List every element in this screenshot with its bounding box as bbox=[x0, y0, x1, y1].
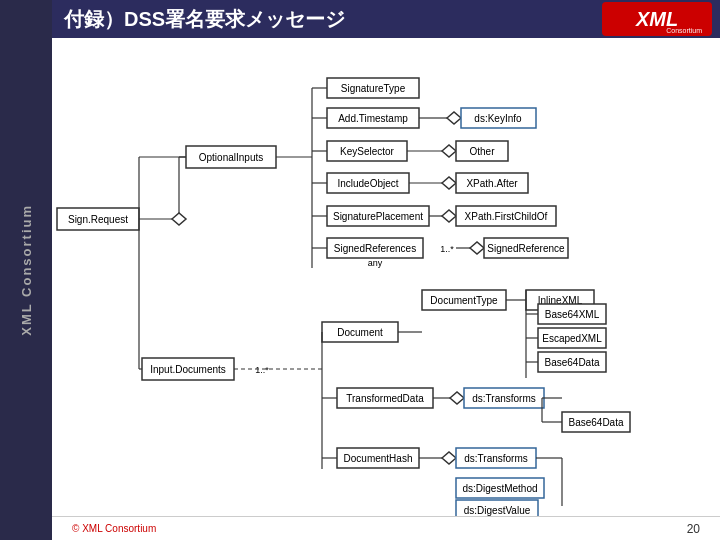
main-area: 付録）DSS署名要求メッセージ XML Consortium .node-box… bbox=[52, 0, 720, 540]
svg-text:SignedReference: SignedReference bbox=[487, 243, 565, 254]
svg-text:IncludeObject: IncludeObject bbox=[337, 178, 398, 189]
svg-text:1..*: 1..* bbox=[440, 244, 454, 254]
svg-text:ds:Transforms: ds:Transforms bbox=[472, 393, 536, 404]
svg-marker-74 bbox=[450, 392, 464, 404]
consortium-label: Consortium bbox=[666, 27, 702, 34]
footer: © XML Consortium 20 bbox=[52, 516, 720, 540]
svg-text:TransformedData: TransformedData bbox=[346, 393, 424, 404]
svg-marker-14 bbox=[447, 112, 461, 124]
sign-request-label: Sign.Request bbox=[68, 214, 128, 225]
other-label: Other bbox=[469, 146, 495, 157]
svg-text:EscapedXML: EscapedXML bbox=[542, 333, 602, 344]
optional-inputs-label: OptionalInputs bbox=[199, 152, 264, 163]
svg-marker-86 bbox=[442, 452, 456, 464]
svg-text:Input.Documents: Input.Documents bbox=[150, 364, 226, 375]
xml-logo: XML Consortium bbox=[602, 2, 712, 36]
svg-text:XPath.After: XPath.After bbox=[466, 178, 518, 189]
sidebar-text: XML Consortium bbox=[19, 204, 34, 336]
svg-text:ds:KeyInfo: ds:KeyInfo bbox=[474, 113, 522, 124]
top-bar: 付録）DSS署名要求メッセージ XML Consortium bbox=[52, 0, 720, 38]
page-title: 付録）DSS署名要求メッセージ bbox=[64, 6, 345, 33]
svg-text:ds:DigestMethod: ds:DigestMethod bbox=[462, 483, 537, 494]
svg-text:XPath.FirstChildOf: XPath.FirstChildOf bbox=[465, 211, 548, 222]
svg-text:any: any bbox=[368, 258, 383, 268]
svg-marker-21 bbox=[442, 145, 456, 157]
svg-text:ds:DigestValue: ds:DigestValue bbox=[464, 505, 531, 516]
svg-text:SignatureType: SignatureType bbox=[341, 83, 406, 94]
svg-marker-34 bbox=[442, 210, 456, 222]
xml-logo-text: XML bbox=[636, 9, 678, 29]
svg-text:KeySelector: KeySelector bbox=[340, 146, 395, 157]
svg-text:Base64XML: Base64XML bbox=[545, 309, 600, 320]
diagram-area: .node-box { fill: white; stroke: #333; s… bbox=[52, 38, 720, 516]
svg-text:SignaturePlacement: SignaturePlacement bbox=[333, 211, 423, 222]
svg-text:Add.Timestamp: Add.Timestamp bbox=[338, 113, 408, 124]
sidebar-watermark: XML Consortium bbox=[0, 0, 52, 540]
diagram-svg: .node-box { fill: white; stroke: #333; s… bbox=[52, 38, 720, 516]
svg-text:Base64Data: Base64Data bbox=[544, 357, 599, 368]
svg-marker-1 bbox=[172, 213, 186, 225]
footer-copyright: © XML Consortium bbox=[72, 523, 156, 534]
svg-text:1..*: 1..* bbox=[255, 365, 269, 375]
svg-text:Base64Data: Base64Data bbox=[568, 417, 623, 428]
footer-page-number: 20 bbox=[687, 522, 700, 536]
svg-text:DocumentType: DocumentType bbox=[430, 295, 498, 306]
svg-marker-43 bbox=[470, 242, 484, 254]
svg-text:DocumentHash: DocumentHash bbox=[344, 453, 413, 464]
svg-marker-27 bbox=[442, 177, 456, 189]
svg-text:Document: Document bbox=[337, 327, 383, 338]
svg-text:ds:Transforms: ds:Transforms bbox=[464, 453, 528, 464]
svg-text:SignedReferences: SignedReferences bbox=[334, 243, 416, 254]
